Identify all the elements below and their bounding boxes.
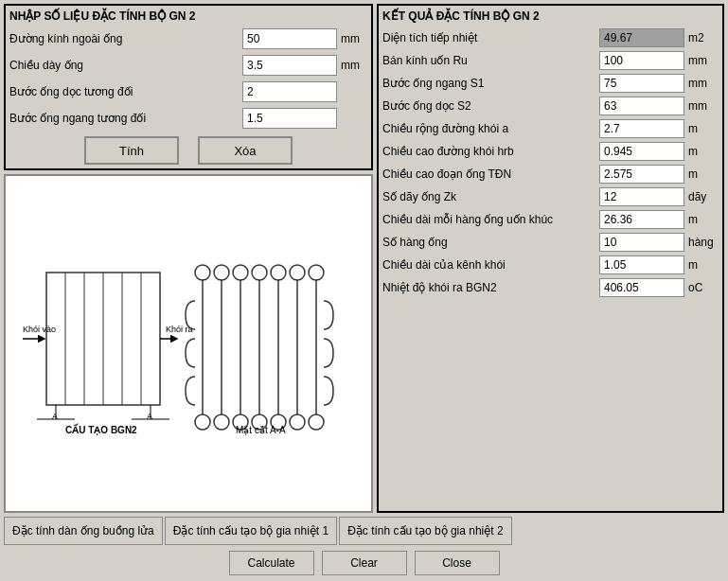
result-label-8: Chiều dài mỗi hàng ống uốn khúc: [382, 213, 599, 226]
svg-point-30: [195, 414, 210, 430]
result-label-5: Chiều cao đường khói hrb: [382, 145, 599, 158]
svg-text:Khói vào: Khói vào: [23, 325, 56, 334]
result-row-8: Chiều dài mỗi hàng ống uốn khúc m: [382, 210, 719, 229]
calculate-button[interactable]: Calculate: [229, 551, 314, 575]
result-row-2: Bước ống ngang S1 mm: [382, 74, 719, 93]
result-input-6: [599, 165, 684, 184]
tab-btn-2[interactable]: Đặc tính cấu tạo bộ gia nhiệt 2: [339, 517, 511, 545]
left-panel: NHẬP SỐ LIỆU ĐẶC TÍNH BỘ GN 2 Đường kính…: [4, 4, 373, 513]
field-label-3: Bước ống ngang tương đối: [9, 112, 242, 125]
field-unit-0: mm: [341, 32, 367, 45]
result-input-0: [599, 28, 684, 47]
top-row: NHẬP SỐ LIỆU ĐẶC TÍNH BỘ GN 2 Đường kính…: [4, 4, 724, 513]
result-input-8: [599, 210, 684, 229]
field-label-2: Bước ống dọc tương đối: [9, 85, 242, 98]
field-input-0[interactable]: [242, 28, 337, 49]
result-input-4: [599, 119, 684, 138]
result-row-0: Diện tích tiếp nhiệt m2: [382, 28, 719, 47]
bottom-tabs: Đặc tính dàn ống buồng lửa Đặc tính cấu …: [4, 517, 724, 545]
result-label-2: Bước ống ngang S1: [382, 77, 599, 90]
result-label-4: Chiều rộng đường khói a: [382, 122, 599, 135]
result-row-6: Chiều cao đoạn ống TĐN m: [382, 165, 719, 184]
result-row-10: Chiều dài của kênh khói m: [382, 255, 719, 274]
result-unit-10: m: [688, 258, 719, 272]
result-row-4: Chiều rộng đường khói a m: [382, 119, 719, 138]
result-input-3: [599, 97, 684, 115]
result-unit-6: m: [688, 167, 719, 181]
result-input-7: [599, 187, 684, 206]
field-input-3[interactable]: [242, 108, 337, 129]
result-input-1: [599, 51, 684, 70]
result-label-3: Bước ống dọc S2: [382, 99, 599, 113]
field-row-1: Chiều dày ống mm: [9, 55, 367, 76]
result-input-11: [599, 278, 684, 297]
result-input-9: [599, 233, 684, 252]
svg-point-19: [252, 265, 267, 280]
field-label-1: Chiều dày ống: [9, 59, 242, 72]
svg-point-20: [271, 265, 286, 280]
field-input-1[interactable]: [242, 55, 337, 76]
result-label-7: Số dãy ống Zk: [382, 190, 599, 203]
result-unit-7: dãy: [688, 190, 719, 203]
result-unit-9: hàng: [688, 236, 719, 249]
result-label-9: Số hàng ống: [382, 236, 599, 249]
result-unit-5: m: [688, 145, 719, 158]
close-button[interactable]: Close: [415, 551, 500, 575]
result-input-5: [599, 142, 684, 161]
result-input-10: [599, 255, 684, 274]
diagram-svg: Khói vào A Khói ra A: [18, 244, 359, 443]
svg-point-31: [214, 414, 229, 430]
bottom-actions: Calculate Clear Close: [4, 549, 724, 577]
svg-point-16: [195, 265, 210, 280]
svg-point-18: [233, 265, 248, 280]
result-label-0: Diện tích tiếp nhiệt: [382, 31, 599, 44]
result-unit-3: mm: [688, 99, 719, 113]
result-unit-8: m: [688, 213, 719, 226]
field-row-3: Bước ống ngang tương đối: [9, 108, 367, 129]
result-label-10: Chiều dài của kênh khói: [382, 258, 599, 272]
diagram-section: Khói vào A Khói ra A: [4, 174, 373, 513]
field-label-0: Đường kính ngoài ống: [9, 32, 242, 45]
tinh-button[interactable]: Tính: [84, 136, 179, 165]
field-unit-1: mm: [341, 59, 367, 72]
result-unit-1: mm: [688, 54, 719, 67]
svg-point-22: [309, 265, 324, 280]
svg-text:Mặt cắt A-A: Mặt cắt A-A: [236, 425, 286, 435]
input-section: NHẬP SỐ LIỆU ĐẶC TÍNH BỘ GN 2 Đường kính…: [4, 4, 373, 170]
result-unit-4: m: [688, 122, 719, 135]
right-section-title: KẾT QUẢ ĐẶC TÍNH BỘ GN 2: [382, 9, 719, 23]
tab-btn-1[interactable]: Đặc tính cấu tạo bộ gia nhiệt 1: [165, 517, 337, 545]
result-row-9: Số hàng ống hàng: [382, 233, 719, 252]
result-row-3: Bước ống dọc S2 mm: [382, 97, 719, 115]
result-unit-0: m2: [688, 31, 719, 44]
result-row-7: Số dãy ống Zk dãy: [382, 187, 719, 206]
tab-btn-0[interactable]: Đặc tính dàn ống buồng lửa: [4, 517, 163, 545]
svg-point-35: [290, 414, 305, 430]
svg-point-17: [214, 265, 229, 280]
result-label-1: Bán kính uốn Ru: [382, 54, 599, 67]
input-button-row: Tính Xóa: [9, 136, 367, 165]
result-row-11: Nhiệt độ khói ra BGN2 oC: [382, 278, 719, 297]
result-label-6: Chiều cao đoạn ống TĐN: [382, 167, 599, 181]
svg-text:CẤU TẠO BGN2: CẤU TẠO BGN2: [65, 423, 137, 435]
clear-button[interactable]: Clear: [322, 551, 407, 575]
main-container: NHẬP SỐ LIỆU ĐẶC TÍNH BỘ GN 2 Đường kính…: [0, 0, 728, 581]
result-input-2: [599, 74, 684, 93]
result-unit-11: oC: [688, 281, 719, 294]
field-row-2: Bước ống dọc tương đối: [9, 81, 367, 102]
input-section-title: NHẬP SỐ LIỆU ĐẶC TÍNH BỘ GN 2: [9, 9, 367, 23]
xoa-button[interactable]: Xóa: [198, 136, 293, 165]
result-row-1: Bán kính uốn Ru mm: [382, 51, 719, 70]
result-row-5: Chiều cao đường khói hrb m: [382, 142, 719, 161]
right-panel: KẾT QUẢ ĐẶC TÍNH BỘ GN 2 Diện tích tiếp …: [377, 4, 724, 513]
field-row-0: Đường kính ngoài ống mm: [9, 28, 367, 49]
result-label-11: Nhiệt độ khói ra BGN2: [382, 281, 599, 294]
field-input-2[interactable]: [242, 81, 337, 102]
svg-point-21: [290, 265, 305, 280]
svg-point-36: [309, 414, 324, 430]
result-unit-2: mm: [688, 77, 719, 90]
